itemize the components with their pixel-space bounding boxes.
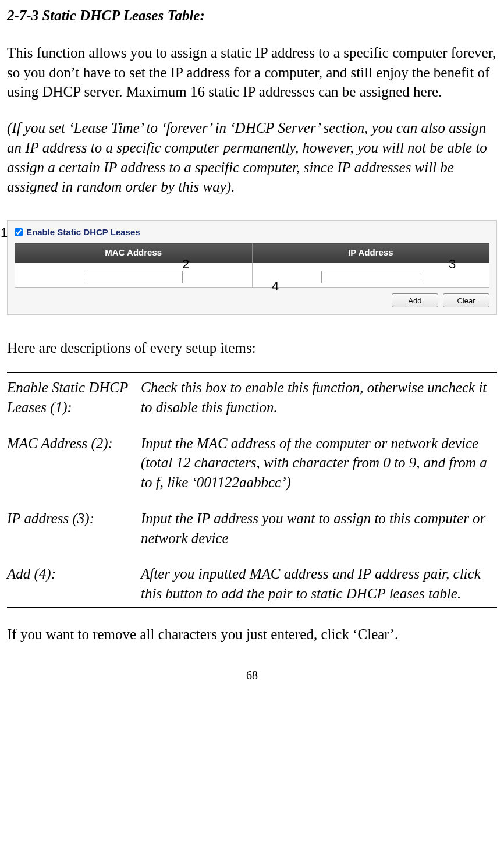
desc-row-enable: Enable Static DHCP Leases (1): Check thi… [7, 378, 497, 417]
callout-3: 3 [449, 256, 456, 273]
col-header-mac: MAC Address [15, 243, 253, 263]
section-title: 2-7-3 Static DHCP Leases Table: [7, 6, 497, 26]
clear-button[interactable]: Clear [443, 293, 489, 307]
desc-label-enable: Enable Static DHCP Leases (1): [7, 378, 141, 417]
leases-table: MAC Address IP Address [15, 243, 489, 288]
mac-cell [15, 263, 253, 288]
dhcp-leases-panel: 1 2 3 4 Enable Static DHCP Leases MAC Ad… [7, 220, 497, 315]
desc-label-mac: MAC Address (2): [7, 434, 141, 492]
desc-row-add: Add (4): After you inputted MAC address … [7, 564, 497, 604]
desc-text-enable: Check this box to enable this function, … [141, 378, 497, 417]
ip-address-input[interactable] [321, 271, 420, 283]
callout-4: 4 [272, 278, 279, 295]
desc-label-ip: IP address (3): [7, 509, 141, 548]
desc-text-mac: Input the MAC address of the computer or… [141, 434, 497, 492]
mac-address-input[interactable] [84, 271, 183, 283]
intro-paragraph: This function allows you to assign a sta… [7, 43, 497, 102]
footer-paragraph: If you want to remove all characters you… [7, 625, 497, 644]
desc-text-ip: Input the IP address you want to assign … [141, 509, 497, 548]
desc-label-add: Add (4): [7, 564, 141, 604]
page-number: 68 [7, 668, 497, 683]
add-button[interactable]: Add [392, 293, 438, 307]
desc-text-add: After you inputted MAC address and IP ad… [141, 564, 497, 604]
desc-row-mac: MAC Address (2): Input the MAC address o… [7, 434, 497, 492]
descriptions-intro: Here are descriptions of every setup ite… [7, 338, 497, 358]
descriptions-block: Enable Static DHCP Leases (1): Check thi… [7, 372, 497, 608]
table-row [15, 263, 489, 288]
callout-1: 1 [1, 224, 8, 242]
desc-row-ip: IP address (3): Input the IP address you… [7, 509, 497, 548]
enable-static-leases-row: Enable Static DHCP Leases [15, 226, 489, 238]
enable-static-leases-label: Enable Static DHCP Leases [26, 226, 140, 238]
button-row: Add Clear [15, 293, 489, 307]
table-header-row: MAC Address IP Address [15, 243, 489, 263]
callout-2: 2 [182, 256, 189, 273]
note-paragraph: (If you set ‘Lease Time’ to ‘forever’ in… [7, 118, 497, 197]
enable-static-leases-checkbox[interactable] [15, 228, 23, 236]
